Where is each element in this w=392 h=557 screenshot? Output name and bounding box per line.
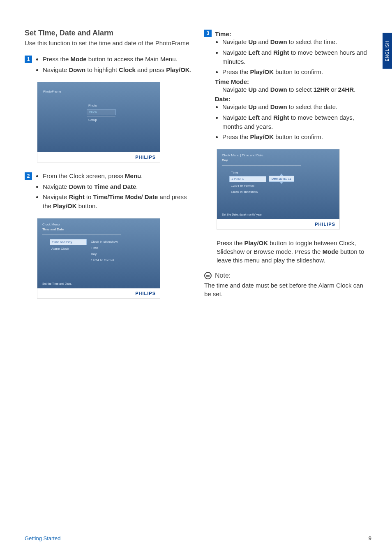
menu-item-alarm-clock: Alarm Clock bbox=[50, 246, 87, 251]
step-2: 2 From the Clock screen, press Menu. Nav… bbox=[25, 172, 192, 212]
menu-item-date: < Date > bbox=[229, 176, 266, 182]
menu-item-time: Time bbox=[229, 170, 266, 175]
time-bullet1: Navigate Up and Down to select the time. bbox=[222, 37, 371, 46]
menu-item-time-and-day: Time and Day bbox=[50, 239, 87, 245]
date-bullet1: Navigate Up and Down to select the date. bbox=[222, 102, 371, 111]
menu-item-clock: Clock bbox=[87, 109, 115, 115]
screenshot-clock-menu: Clock Menu Time and Date Time and Day Al… bbox=[37, 218, 160, 299]
after-text: Press the Play/OK button to toggle betwe… bbox=[217, 239, 371, 265]
footer-section: Getting Started bbox=[25, 535, 60, 541]
language-tab: ENGLISH bbox=[383, 33, 392, 69]
step1-bullet2: Navigate Down to highlight Clock and pre… bbox=[43, 65, 192, 74]
step-number: 2 bbox=[25, 172, 32, 180]
content-columns: Set Time, Date and Alarm Use this functi… bbox=[25, 29, 371, 308]
note-label: Note: bbox=[215, 272, 231, 279]
submenu-1224-format: 12/24 hr Format bbox=[89, 258, 126, 263]
step1-bullet1: Press the Mode button to access the Main… bbox=[43, 55, 192, 64]
date-heading: Date: bbox=[215, 95, 371, 102]
breadcrumb: Clock Menu | Time and Date bbox=[222, 153, 334, 157]
screenshot-date-edit: Clock Menu | Time and Date Day Time < Da… bbox=[217, 149, 340, 230]
menu-item-photo: Photo bbox=[87, 103, 115, 108]
menu-item-1224-format: 12/24 hr Format bbox=[229, 183, 266, 188]
date-value: Date 18/ 07/ 11 bbox=[269, 176, 294, 182]
submenu-clock-in-slideshow: Clock in slideshow bbox=[89, 239, 126, 244]
intro-text: Use this function to set the time and da… bbox=[25, 39, 192, 47]
menu-item-setup: Setup bbox=[87, 117, 115, 123]
step-1: 1 Press the Mode button to access the Ma… bbox=[25, 55, 192, 76]
page-number: 9 bbox=[369, 535, 371, 541]
step-3: 3 Time: Navigate Up and Down to select t… bbox=[204, 29, 371, 143]
note-icon bbox=[204, 272, 212, 279]
left-column: Set Time, Date and Alarm Use this functi… bbox=[25, 29, 192, 308]
date-bullet3: Press the Play/OK button to confirm. bbox=[222, 132, 371, 142]
selected-row: Time and Date bbox=[42, 227, 64, 231]
brand-logo: PHILIPS bbox=[217, 219, 339, 229]
time-mode-text: Navigate Up and Down to select 12HR or 2… bbox=[222, 85, 371, 94]
right-column: 3 Time: Navigate Up and Down to select t… bbox=[204, 29, 371, 308]
submenu-day: Day bbox=[89, 251, 126, 257]
note-row: Note: bbox=[204, 272, 371, 279]
breadcrumb: Clock Menu bbox=[42, 223, 155, 226]
menu-item-clock-in-slideshow: Clock in slideshow bbox=[229, 189, 266, 195]
step2-bullet3: Navigate Right to Time/Time Mode/ Date a… bbox=[43, 193, 192, 211]
step2-bullet2: Navigate Down to Time and Date. bbox=[43, 182, 192, 191]
step2-bullet1: From the Clock screen, press Menu. bbox=[43, 172, 192, 181]
step-number: 1 bbox=[25, 56, 32, 63]
time-heading: Time: bbox=[215, 30, 371, 37]
section-heading: Set Time, Date and Alarm bbox=[25, 29, 192, 37]
step-number: 3 bbox=[204, 30, 212, 37]
selected-row: Day bbox=[222, 158, 228, 162]
submenu-time: Time bbox=[89, 245, 126, 251]
time-bullet3: Press the Play/OK button to confirm. bbox=[222, 67, 371, 77]
hint-text: Set the Date: date/ month/ year bbox=[222, 213, 262, 216]
page-footer: Getting Started 9 bbox=[25, 535, 371, 541]
photoframe-label: PhotoFrame bbox=[43, 90, 61, 93]
date-bullet2: Navigate Left and Right to move between … bbox=[222, 113, 371, 131]
screenshot-main-menu: PhotoFrame Photo Clock Setup PHILIPS bbox=[37, 82, 160, 162]
brand-logo: PHILIPS bbox=[37, 152, 160, 162]
hint-text: Set the Time and Date. bbox=[42, 282, 72, 285]
brand-logo: PHILIPS bbox=[37, 288, 160, 298]
time-mode-heading: Time Mode: bbox=[215, 78, 371, 85]
time-bullet2: Navigate Left and Right to move between … bbox=[222, 48, 371, 66]
note-text: The time and date must be set before the… bbox=[204, 281, 371, 298]
